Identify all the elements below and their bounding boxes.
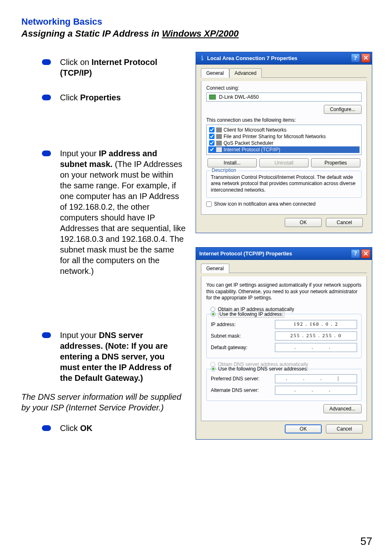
list-item[interactable]: Client for Microsoft Networks [208,127,360,133]
item-checkbox[interactable] [209,140,214,146]
pref-dns-field[interactable]: . . . | [275,374,357,383]
dots: . . . [295,387,338,393]
adapter-field: D-Link DWL-A650 [206,93,362,102]
bullet-icon [42,59,51,65]
list-item-selected[interactable]: Internet Protocol (TCP/IP) [208,146,360,153]
protocol-icon [216,147,222,152]
close-button[interactable]: ✕ [361,53,370,63]
radio-label: Use the following DNS server addresses: [218,366,308,372]
description-groupbox: Description Transmission Control Protoco… [206,171,362,198]
bullet-icon [42,95,51,100]
dialog-title: Internet Protocol (TCP/IP) Properties [199,250,350,257]
bullet-text: Input your DNS server addresses. (Note: … [60,330,186,383]
radio-use-dns[interactable]: Use the following DNS server addresses: [211,366,357,372]
show-icon-row[interactable]: Show icon in notification area when conn… [206,201,362,207]
dots: . . . [295,344,338,350]
tab-general[interactable]: General [201,264,229,273]
dialog-title: Local Area Connection 7 Properties [207,55,350,61]
bullet-3: Input your IP address and subnet mask. (… [42,148,186,276]
tab-strip: General Advanced [201,68,367,78]
item-label: Client for Microsoft Networks [224,127,286,133]
nic-icon [209,95,216,100]
text: Input your [60,149,99,158]
bullet-text: Click Properties [60,92,121,103]
show-icon-checkbox[interactable] [206,202,212,207]
description-text: Transmission Control Protocol/Internet P… [211,174,357,194]
alt-dns-label: Alternate DNS server: [211,387,275,393]
dns-groupbox: Use the following DNS server addresses: … [206,369,362,401]
ip-groupbox: Use the following IP address: IP address… [206,314,362,358]
ok-button[interactable]: OK [285,218,322,227]
advanced-button[interactable]: Advanced... [323,404,362,413]
connection-icon: ⇂ [199,54,205,62]
bullet-text: Click on Internet Protocol (TCP/IP) [60,57,186,78]
list-item[interactable]: File and Printer Sharing for Microsoft N… [208,133,360,140]
tab-advanced[interactable]: Advanced [229,68,262,78]
text: Click on [60,58,92,67]
item-checkbox[interactable] [209,147,214,152]
radio-icon [211,366,216,371]
bullet-icon [42,332,51,338]
connect-using-label: Connect using: [206,85,362,91]
text-bold: OK [80,424,92,433]
page-number: 57 [360,535,372,548]
description-title: Description [210,167,238,173]
text-bold: Properties [80,93,121,102]
bullet-icon [42,151,51,156]
alt-dns-field[interactable]: . . . [275,386,357,395]
page-subheading: Assigning a Static IP Address in Windows… [21,28,372,39]
radio-icon [211,312,216,317]
gateway-field[interactable]: . . . [275,343,357,352]
text: Click [60,93,80,102]
bullet-text: Click OK [60,423,92,433]
titlebar: Internet Protocol (TCP/IP) Properties ? … [196,248,372,260]
subnet-field[interactable]: 255 . 255 . 255 . 0 [275,331,357,341]
list-item[interactable]: QoS Packet Scheduler [208,140,360,146]
configure-button[interactable]: Configure... [324,105,362,114]
item-checkbox[interactable] [209,134,214,139]
bullet-1: Click on Internet Protocol (TCP/IP) [42,57,186,78]
gateway-label: Default gateway: [211,345,275,350]
text: Input your [60,331,99,340]
subheading-underlined: Windows XP/2000 [162,28,239,39]
titlebar: ⇂ Local Area Connection 7 Properties ? ✕ [196,52,372,65]
tab-general[interactable]: General [201,68,229,78]
cancel-button[interactable]: Cancel [326,218,363,227]
item-label: QoS Packet Scheduler [224,140,273,146]
item-label: Internet Protocol (TCP/IP) [224,147,280,153]
pref-dns-label: Preferred DNS server: [211,376,275,382]
cancel-button[interactable]: Cancel [326,424,363,433]
text: (The IP Addresses on your network must b… [60,160,186,276]
items-listbox[interactable]: Client for Microsoft Networks File and P… [206,125,362,155]
tab-strip: General [201,263,367,273]
bullet-4: Input your DNS server addresses. (Note: … [42,330,186,383]
show-icon-label: Show icon in notification area when conn… [214,201,316,207]
connection-properties-dialog: ⇂ Local Area Connection 7 Properties ? ✕… [196,52,372,234]
italic-note: The DNS server information will be suppl… [21,392,186,413]
service-icon [216,134,222,139]
client-icon [216,127,222,132]
item-checkbox[interactable] [209,127,214,132]
text: Click [60,424,80,433]
page-heading: Networking Basics [21,16,372,27]
item-label: File and Printer Sharing for Microsoft N… [224,134,326,139]
dots: . . . | [286,375,346,381]
bullet-2: Click Properties [42,92,186,103]
help-button[interactable]: ? [351,53,360,63]
bullet-icon [42,425,51,431]
help-button[interactable]: ? [351,249,360,258]
items-label: This connection uses the following items… [206,117,362,123]
close-button[interactable]: ✕ [361,249,370,258]
info-text: You can get IP settings assigned automat… [206,282,362,301]
ip-address-label: IP address: [211,322,275,327]
ip-address-field[interactable]: 192 . 168 . 0 . 2 [275,320,357,329]
tcpip-properties-dialog: Internet Protocol (TCP/IP) Properties ? … [196,247,372,440]
install-button[interactable]: Install... [208,158,257,167]
radio-use-ip[interactable]: Use the following IP address: [211,311,357,317]
bullet-5: Click OK [42,423,186,433]
uninstall-button: Uninstall [259,158,309,167]
subheading-prefix: Assigning a Static IP Address in [21,28,162,39]
properties-button[interactable]: Properties [311,158,360,167]
bullet-text: Input your IP address and subnet mask. (… [60,148,186,276]
ok-button[interactable]: OK [285,424,322,433]
